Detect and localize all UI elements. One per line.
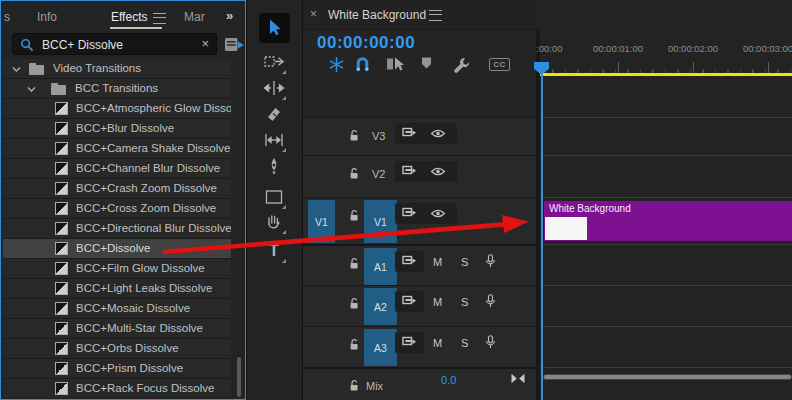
folder-icon: [29, 65, 44, 75]
linked-selection-icon[interactable]: [386, 56, 405, 72]
lock-icon[interactable]: [349, 209, 359, 222]
track-header-a3[interactable]: A3 M S: [303, 326, 536, 368]
effect-item[interactable]: BCC+Multi-Star Dissolve: [3, 319, 231, 339]
sync-lock-icon[interactable]: [402, 295, 417, 307]
effect-item[interactable]: BCC+Film Glow Dissolve: [3, 259, 231, 279]
sync-lock-icon[interactable]: [402, 255, 417, 267]
close-tab-icon[interactable]: ×: [310, 7, 317, 21]
track-header-a1[interactable]: A1 M S: [303, 244, 536, 287]
source-patch-v1[interactable]: V1: [308, 200, 335, 243]
track-header-v3[interactable]: V3: [303, 117, 536, 156]
timeline-tab-title[interactable]: White Background: [328, 8, 426, 22]
chevron-down-icon[interactable]: [27, 86, 36, 93]
target-track-a2[interactable]: A2: [364, 288, 397, 325]
ruler-label: 00:00:03:00: [733, 43, 792, 54]
mix-level-value[interactable]: 0.0: [441, 374, 456, 386]
solo-button[interactable]: S: [461, 337, 468, 349]
mute-button[interactable]: M: [433, 337, 442, 349]
tab-info[interactable]: Info: [37, 10, 57, 24]
target-track-v1[interactable]: V1: [364, 200, 397, 243]
razor-tool[interactable]: [263, 103, 285, 125]
slip-tool[interactable]: [263, 129, 285, 151]
lock-icon[interactable]: [349, 129, 359, 142]
effect-item-selected[interactable]: BCC+Dissolve: [3, 239, 231, 259]
track-output-eye-icon[interactable]: [430, 208, 446, 219]
clip-white-background[interactable]: White Background: [544, 201, 792, 241]
effect-item[interactable]: BCC+Light Leaks Dissolve: [3, 279, 231, 299]
ripple-edit-tool[interactable]: [263, 77, 285, 99]
tab-effects[interactable]: Effects: [111, 10, 147, 24]
ruler-label: 00:00:02:00: [658, 43, 728, 54]
track-header-a2[interactable]: A2 M S: [303, 285, 536, 327]
transition-icon: [55, 302, 68, 315]
target-track-a1[interactable]: A1: [364, 248, 397, 285]
effect-item[interactable]: BCC+Directional Blur Dissolve: [3, 219, 231, 239]
sync-lock-icon[interactable]: [402, 165, 417, 177]
tree-folder-bcc-transitions[interactable]: BCC Transitions: [3, 79, 231, 99]
captions-icon[interactable]: CC: [489, 58, 510, 71]
sync-lock-icon[interactable]: [402, 336, 417, 348]
transition-icon: [55, 322, 68, 335]
effect-item[interactable]: BCC+Camera Shake Dissolve: [3, 139, 231, 159]
tab-overflow-chevrons[interactable]: »: [226, 8, 231, 23]
tab-markers-partial[interactable]: Mar: [184, 10, 205, 24]
panel-menu-icon[interactable]: [153, 13, 166, 24]
snap-magnet-icon[interactable]: [355, 56, 370, 72]
effect-item[interactable]: BCC+Atmospheric Glow Dissolve: [3, 99, 231, 119]
pen-tool[interactable]: [263, 156, 285, 178]
tab-partial-left[interactable]: s: [4, 10, 10, 24]
effect-item[interactable]: BCC+Channel Blur Dissolve: [3, 159, 231, 179]
timeline-settings-wrench-icon[interactable]: [452, 56, 470, 74]
effect-item[interactable]: BCC+Prism Dissolve: [3, 359, 231, 379]
voiceover-mic-icon[interactable]: [485, 254, 496, 268]
mix-track-header[interactable]: Mix 0.0: [303, 367, 536, 400]
transition-icon: [55, 202, 68, 215]
voiceover-mic-icon[interactable]: [485, 294, 496, 308]
effect-item[interactable]: BCC+Cross Zoom Dissolve: [3, 199, 231, 219]
chevron-down-icon[interactable]: [12, 66, 21, 73]
lock-icon[interactable]: [349, 338, 359, 351]
effect-item[interactable]: BCC+Crash Zoom Dissolve: [3, 179, 231, 199]
effects-search-input[interactable]: BCC+ Dissolve ×: [12, 33, 217, 55]
effects-scrollbar[interactable]: [237, 357, 241, 397]
type-tool[interactable]: T: [263, 240, 285, 262]
transition-icon: [55, 102, 68, 115]
effect-item[interactable]: BCC+Orbs Dissolve: [3, 339, 231, 359]
mute-button[interactable]: M: [433, 256, 442, 268]
timeline-content[interactable]: :00:00 00:00:01:00 00:00:02:00 00:00:03:…: [540, 0, 792, 400]
effect-item[interactable]: BCC+Blur Dissolve: [3, 119, 231, 139]
collapse-triangles-icon[interactable]: [511, 373, 525, 384]
lock-icon[interactable]: [349, 257, 359, 270]
lock-icon[interactable]: [349, 167, 359, 180]
solo-button[interactable]: S: [461, 296, 468, 308]
lock-icon[interactable]: [349, 379, 359, 392]
playhead-timecode[interactable]: 00:00:00:00: [317, 33, 415, 53]
search-clear-icon[interactable]: ×: [201, 36, 209, 51]
hand-tool[interactable]: [263, 211, 285, 233]
work-area-bar[interactable]: [540, 73, 792, 76]
track-output-eye-icon[interactable]: [430, 128, 446, 139]
track-select-forward-tool[interactable]: [263, 51, 285, 73]
selection-tool[interactable]: [263, 17, 285, 39]
transition-icon: [55, 222, 68, 235]
panel-menu-icon[interactable]: [429, 10, 442, 21]
nest-sequences-icon[interactable]: [328, 56, 345, 73]
target-track-a3[interactable]: A3: [364, 329, 397, 366]
voiceover-mic-icon[interactable]: [485, 335, 496, 349]
sync-lock-icon[interactable]: [402, 207, 417, 219]
playhead-line[interactable]: [541, 62, 543, 400]
sync-lock-icon[interactable]: [402, 127, 417, 139]
track-header-v1[interactable]: V1 V1: [303, 197, 536, 245]
rectangle-tool[interactable]: [263, 186, 285, 208]
mute-button[interactable]: M: [433, 296, 442, 308]
tree-folder-video-transitions[interactable]: Video Transitions: [3, 59, 231, 79]
effect-item[interactable]: BCC+Rack Focus Dissolve: [3, 379, 231, 397]
track-output-eye-icon[interactable]: [430, 166, 446, 177]
lock-icon[interactable]: [349, 297, 359, 310]
add-marker-icon[interactable]: [420, 56, 433, 70]
effect-item[interactable]: BCC+Mosaic Dissolve: [3, 299, 231, 319]
track-header-v2[interactable]: V2: [303, 155, 536, 198]
solo-button[interactable]: S: [461, 256, 468, 268]
timeline-horizontal-scrollbar[interactable]: [543, 374, 792, 380]
new-custom-bin-icon[interactable]: [224, 36, 245, 53]
